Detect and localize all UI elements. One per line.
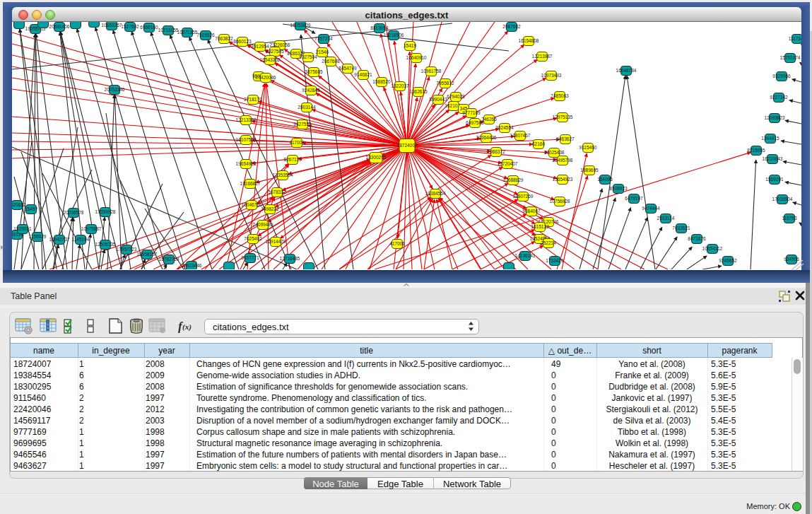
svg-text:15419: 15419 [404, 43, 416, 48]
svg-text:12353594: 12353594 [273, 173, 293, 177]
svg-text:116753: 116753 [782, 216, 797, 221]
svg-text:1615132: 1615132 [531, 224, 549, 229]
svg-text:9242848: 9242848 [302, 88, 320, 93]
svg-text:10807467: 10807467 [510, 133, 531, 138]
svg-text:10973493: 10973493 [541, 73, 562, 78]
svg-text:23495798: 23495798 [553, 158, 573, 163]
svg-text:10025438: 10025438 [544, 150, 565, 155]
svg-text:8471676: 8471676 [688, 236, 706, 241]
svg-text:7632621: 7632621 [672, 226, 690, 230]
svg-text:1117344: 1117344 [789, 36, 801, 41]
svg-text:9474444: 9474444 [642, 206, 660, 211]
svg-text:12093823: 12093823 [765, 115, 785, 120]
svg-text:20691406: 20691406 [49, 24, 70, 29]
svg-text:16210643: 16210643 [763, 156, 783, 161]
svg-text:417004: 417004 [289, 140, 305, 145]
svg-text:9329966: 9329966 [772, 74, 791, 78]
svg-text:10046766: 10046766 [242, 202, 262, 207]
svg-text:18724007: 18724007 [397, 143, 418, 148]
svg-text:1733426: 1733426 [546, 258, 564, 263]
svg-text:6966160: 6966160 [140, 25, 158, 30]
svg-text:19166827: 19166827 [240, 181, 261, 186]
svg-text:746266: 746266 [481, 117, 497, 122]
svg-text:18807269: 18807269 [513, 194, 534, 199]
svg-text:10958137: 10958137 [137, 252, 158, 257]
svg-text:9146821: 9146821 [354, 72, 372, 77]
svg-text:17016504: 17016504 [772, 197, 793, 201]
svg-text:8990443: 8990443 [429, 97, 447, 102]
svg-text:7357234: 7357234 [314, 36, 333, 41]
svg-text:9327505: 9327505 [266, 49, 284, 54]
svg-text:417006: 417006 [389, 241, 405, 246]
svg-text:10756928: 10756928 [550, 199, 570, 204]
svg-text:10975887: 10975887 [81, 226, 102, 231]
svg-text:20053346: 20053346 [105, 87, 125, 92]
svg-text:1322037: 1322037 [391, 83, 409, 88]
svg-text:16543362: 16543362 [260, 57, 281, 62]
svg-text:21546: 21546 [316, 49, 329, 54]
svg-text:(x): (x) [182, 322, 192, 332]
svg-text:1498222: 1498222 [261, 206, 279, 211]
svg-text:7955812: 7955812 [436, 81, 454, 86]
svg-text:3624554: 3624554 [495, 125, 514, 130]
svg-text:1549?: 1549? [25, 206, 37, 211]
svg-text:16154808: 16154808 [519, 38, 539, 43]
svg-text:1156829: 1156829 [29, 234, 47, 239]
svg-text:8813054: 8813054 [370, 25, 389, 30]
svg-text:12213987: 12213987 [532, 54, 553, 59]
svg-text:1362615: 1362615 [409, 89, 428, 94]
svg-text:10719155: 10719155 [158, 28, 179, 33]
svg-text:7515526: 7515526 [196, 33, 215, 37]
svg-text:16914479: 16914479 [266, 239, 286, 244]
svg-text:62160: 62160 [532, 141, 545, 146]
svg-text:13716485: 13716485 [280, 256, 300, 261]
svg-text:12505135: 12505135 [95, 242, 116, 247]
svg-text:10961758: 10961758 [421, 69, 442, 74]
svg-text:12923446: 12923446 [182, 263, 202, 268]
svg-text:9115460: 9115460 [579, 145, 597, 150]
svg-text:10654112: 10654112 [702, 246, 723, 251]
svg-text:10653267: 10653267 [102, 23, 122, 28]
svg-text:15720407: 15720407 [498, 161, 518, 166]
svg-text:2867608: 2867608 [322, 59, 340, 64]
svg-text:24099489: 24099489 [253, 222, 273, 227]
svg-text:14136141: 14136141 [515, 253, 536, 258]
svg-text:8938923: 8938923 [609, 186, 628, 191]
svg-text:9084067: 9084067 [522, 209, 541, 214]
svg-text:1535001: 1535001 [13, 226, 32, 231]
svg-text:7663822: 7663822 [215, 36, 233, 41]
svg-text:6479197: 6479197 [625, 196, 643, 201]
svg-text:20364436: 20364436 [476, 135, 497, 140]
svg-text:23420046: 23420046 [256, 75, 276, 80]
svg-text:9427552: 9427552 [293, 122, 312, 127]
svg-text:1145194: 1145194 [72, 237, 90, 242]
svg-text:23226058: 23226058 [270, 42, 290, 47]
svg-text:12942737: 12942737 [49, 237, 70, 242]
svg-text:12213363: 12213363 [236, 117, 257, 122]
svg-text:1244415: 1244415 [761, 136, 779, 141]
svg-text:16648784: 16648784 [616, 68, 637, 73]
svg-text:9463627: 9463627 [556, 136, 575, 141]
svg-text:18300295: 18300295 [366, 155, 387, 160]
svg-text:16640910: 16640910 [406, 55, 427, 60]
svg-text:1588520: 1588520 [372, 79, 391, 84]
svg-text:16053809: 16053809 [290, 23, 311, 28]
svg-text:9777169: 9777169 [462, 110, 481, 115]
svg-text:8215955: 8215955 [747, 148, 765, 153]
svg-text:12975135: 12975135 [553, 115, 573, 119]
svg-text:20206578: 20206578 [64, 210, 84, 215]
svg-text:8267110: 8267110 [284, 157, 302, 162]
svg-text:164095: 164095 [597, 177, 613, 182]
svg-text:2087682: 2087682 [502, 24, 521, 29]
svg-text:8912954: 8912954 [251, 44, 269, 49]
svg-text:17957223: 17957223 [117, 247, 137, 252]
svg-text:7625402: 7625402 [244, 236, 262, 241]
svg-text:16782759: 16782759 [159, 257, 180, 262]
svg-text:9327504: 9327504 [299, 54, 317, 59]
svg-text:1527602: 1527602 [121, 24, 139, 29]
svg-text:19218506: 19218506 [384, 33, 404, 37]
svg-text:7986372: 7986372 [487, 149, 505, 154]
svg-text:2933114: 2933114 [657, 216, 675, 221]
svg-text:3875685: 3875685 [305, 69, 323, 74]
svg-text:8454749: 8454749 [339, 66, 357, 71]
